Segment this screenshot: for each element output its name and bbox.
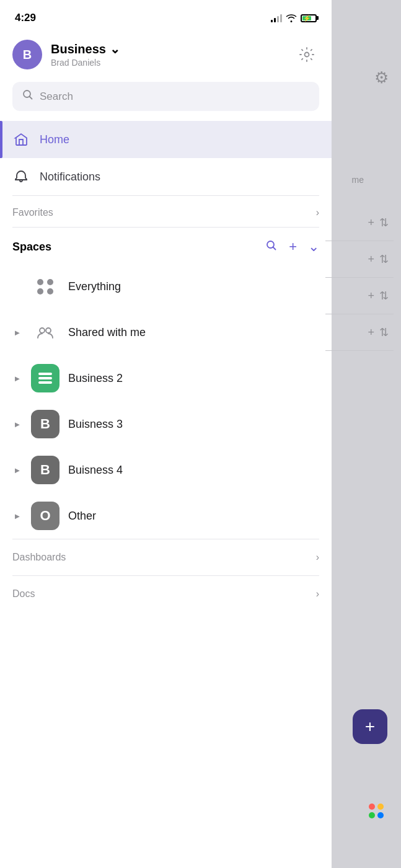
buisness3-chevron-icon: ► xyxy=(12,420,22,429)
bottom-right-dots xyxy=(369,804,384,818)
search-placeholder: Search xyxy=(40,91,73,103)
search-icon xyxy=(22,89,33,104)
other-chevron-icon: ► xyxy=(12,512,22,521)
search-bar[interactable]: Search xyxy=(12,82,319,111)
docs-arrow-icon: › xyxy=(316,588,319,600)
header-info: Business ⌄ Brad Daniels xyxy=(51,42,286,68)
spaces-collapse-icon[interactable]: ⌄ xyxy=(308,239,319,255)
dot-blue xyxy=(377,812,384,818)
workspace-name: Business xyxy=(51,42,106,56)
shared-icon xyxy=(31,318,59,347)
spaces-add-icon[interactable]: + xyxy=(289,239,297,255)
spaces-section-header: Spaces + ⌄ xyxy=(0,228,332,264)
status-icons: ⚡ xyxy=(271,14,317,22)
buisness4-icon: B xyxy=(31,456,59,484)
sidebar-item-home[interactable]: Home xyxy=(0,121,332,158)
everything-icon xyxy=(31,272,59,301)
space-item-business2[interactable]: ► Business 2 xyxy=(0,355,332,401)
signal-bars-icon xyxy=(271,14,282,22)
fab-plus-icon: + xyxy=(365,717,375,737)
right-item-2[interactable]: + ⇅ xyxy=(325,241,394,278)
right-panel-items: + ⇅ + ⇅ + ⇅ + ⇅ xyxy=(325,205,394,351)
other-label: Other xyxy=(68,510,96,523)
shared-label: Shared with me xyxy=(68,326,146,339)
business2-label: Business 2 xyxy=(68,372,123,385)
docs-section[interactable]: Docs › xyxy=(0,576,332,612)
status-time: 4:29 xyxy=(15,12,36,24)
favorites-label: Favorites xyxy=(12,207,53,218)
dot-red xyxy=(369,804,375,810)
dashboards-arrow-icon: › xyxy=(316,552,319,563)
sidebar-item-notifications[interactable]: Notifications xyxy=(0,158,332,195)
buisness3-icon: B xyxy=(31,410,59,438)
workspace-selector[interactable]: Business ⌄ xyxy=(51,42,286,56)
business2-chevron-icon: ► xyxy=(12,374,22,383)
home-icon xyxy=(12,131,30,148)
right-item-3[interactable]: + ⇅ xyxy=(325,278,394,314)
spaces-actions: + ⌄ xyxy=(265,239,319,255)
fab-button[interactable]: + xyxy=(353,709,387,744)
right-item-1[interactable]: + ⇅ xyxy=(325,205,394,241)
buisness3-label: Buisness 3 xyxy=(68,418,123,431)
favorites-section-header[interactable]: Favorites › xyxy=(0,196,332,227)
svg-point-3 xyxy=(40,328,45,333)
avatar: B xyxy=(12,40,42,69)
shared-chevron-icon: ► xyxy=(12,328,22,337)
buisness4-chevron-icon: ► xyxy=(12,466,22,475)
everything-label: Everything xyxy=(68,280,121,293)
plus-icon-right-3: + xyxy=(368,290,374,303)
user-name: Brad Daniels xyxy=(51,58,286,68)
plus-icon-right-2: + xyxy=(368,253,374,266)
right-item-4[interactable]: + ⇅ xyxy=(325,314,394,351)
sort-icon-right-2: ⇅ xyxy=(379,252,389,266)
plus-icon-right-1: + xyxy=(368,216,374,229)
status-bar: 4:29 ⚡ xyxy=(0,0,332,32)
spaces-label: Spaces xyxy=(12,241,51,254)
battery-icon: ⚡ xyxy=(301,14,317,22)
dashboards-section[interactable]: Dashboards › xyxy=(0,539,332,575)
notifications-icon xyxy=(12,168,30,185)
dot-green xyxy=(369,812,375,818)
sort-icon-right-3: ⇅ xyxy=(379,289,389,303)
svg-point-0 xyxy=(305,53,309,57)
space-item-buisness4[interactable]: ► B Buisness 4 xyxy=(0,447,332,493)
active-indicator xyxy=(0,121,2,158)
space-item-shared[interactable]: ► Shared with me xyxy=(0,309,332,355)
space-item-everything[interactable]: Everything xyxy=(0,264,332,309)
buisness4-label: Buisness 4 xyxy=(68,464,123,477)
space-item-other[interactable]: ► O Other xyxy=(0,493,332,539)
spaces-search-icon[interactable] xyxy=(265,239,278,255)
dashboards-label: Dashboards xyxy=(12,552,66,563)
dot-yellow xyxy=(377,804,384,810)
other-icon: O xyxy=(31,502,59,530)
right-me-text: me xyxy=(352,175,364,185)
sort-icon-right-1: ⇅ xyxy=(379,216,389,229)
sort-icon-right-4: ⇅ xyxy=(379,326,389,339)
home-label: Home xyxy=(40,133,69,146)
plus-icon-right-4: + xyxy=(368,326,374,339)
svg-point-4 xyxy=(46,328,51,333)
notifications-label: Notifications xyxy=(40,170,100,184)
wifi-icon xyxy=(286,14,297,22)
search-container: Search xyxy=(0,77,332,121)
workspace-chevron-icon: ⌄ xyxy=(110,42,120,56)
main-panel: 4:29 ⚡ B Business ⌄ Brad Daniels xyxy=(0,0,332,868)
favorites-arrow-icon: › xyxy=(316,207,319,218)
settings-button[interactable] xyxy=(294,42,319,67)
business2-icon xyxy=(31,364,59,392)
right-gear-icon[interactable]: ⚙ xyxy=(374,68,389,87)
space-item-buisness3[interactable]: ► B Buisness 3 xyxy=(0,401,332,447)
header: B Business ⌄ Brad Daniels xyxy=(0,32,332,77)
docs-label: Docs xyxy=(12,588,35,600)
